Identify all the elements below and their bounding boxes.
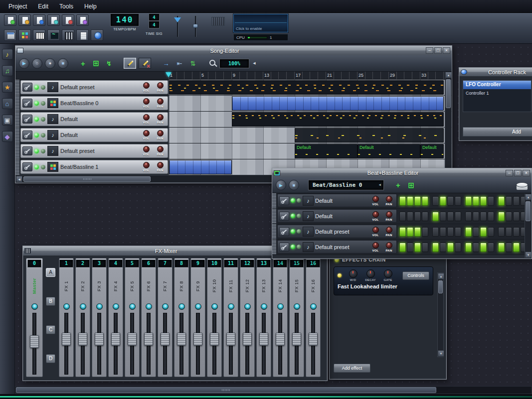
channel-send-knob[interactable]	[195, 303, 201, 310]
instrument-track-icon[interactable]	[47, 130, 58, 140]
channel-send-knob[interactable]	[146, 303, 152, 310]
track-solo-led[interactable]	[297, 229, 301, 234]
channel-fader[interactable]	[240, 313, 254, 375]
fader-handle[interactable]	[144, 333, 153, 346]
track-actions-button[interactable]	[22, 115, 32, 124]
track-actions-button[interactable]	[279, 243, 289, 252]
step-cell[interactable]	[465, 196, 472, 206]
workspace-horizontal-scrollbar[interactable]	[15, 386, 532, 394]
track-solo-led[interactable]	[41, 101, 45, 106]
fader-handle[interactable]	[193, 333, 202, 346]
track-name[interactable]: Default preset	[315, 229, 368, 235]
fx-channel-strip[interactable]: 2FX 2	[75, 258, 90, 377]
play-button[interactable]	[276, 180, 286, 190]
channel-fader[interactable]	[158, 313, 172, 375]
channel-send-knob[interactable]	[113, 303, 119, 310]
channel-name[interactable]: FX 14	[278, 268, 283, 303]
midi-keyboard-icon[interactable]	[211, 17, 225, 26]
record-while-playing-button[interactable]	[45, 58, 55, 69]
fx-channel-strip[interactable]: 7FX 7	[158, 258, 173, 377]
menu-edit[interactable]: Edit	[32, 1, 54, 12]
step-cell[interactable]	[480, 227, 487, 237]
step-cell[interactable]	[513, 243, 520, 252]
track-grip-handle[interactable]	[272, 240, 277, 255]
channel-send-knob[interactable]	[228, 303, 234, 310]
track-solo-led[interactable]	[41, 149, 45, 153]
step-cell[interactable]	[422, 196, 428, 206]
track-actions-button[interactable]	[279, 196, 289, 205]
fader-handle[interactable]	[226, 333, 235, 346]
volume-knob[interactable]	[372, 196, 379, 202]
track-actions-button[interactable]	[22, 131, 32, 139]
fader-handle[interactable]	[30, 335, 39, 348]
channel-fader[interactable]	[142, 313, 156, 375]
step-cell[interactable]	[399, 243, 406, 252]
add-sample-track-button[interactable]	[406, 180, 416, 190]
master-fader[interactable]	[26, 313, 42, 375]
track-grip-handle[interactable]	[15, 159, 20, 175]
step-cell[interactable]	[498, 212, 505, 221]
fx-channel-strip[interactable]: 15FX 15	[289, 258, 304, 377]
pitch-slider-handle[interactable]	[193, 24, 198, 28]
fx-channel-strip[interactable]: 16FX 16	[306, 258, 321, 377]
track-name[interactable]: Beat/Bassline 0	[60, 100, 138, 106]
step-cell[interactable]	[414, 243, 421, 252]
track-name[interactable]: Default	[60, 132, 138, 138]
step-cell[interactable]	[432, 227, 439, 237]
step-cell[interactable]	[447, 227, 454, 237]
effect-controls-button[interactable]: Controls	[402, 271, 429, 280]
step-cell[interactable]	[422, 212, 428, 221]
step-cell[interactable]	[447, 212, 454, 221]
close-button[interactable]	[443, 47, 450, 54]
track-actions-button[interactable]	[22, 83, 32, 92]
step-cell[interactable]	[480, 212, 487, 221]
fx-channel-strip[interactable]: 9FX 9	[190, 258, 205, 377]
volume-knob[interactable]	[372, 211, 379, 218]
fx-mixer-toggle-icon[interactable]	[62, 29, 74, 41]
step-cell[interactable]	[513, 196, 520, 206]
scroll-up-arrow[interactable]	[445, 72, 452, 78]
step-cell[interactable]	[488, 212, 494, 221]
add-controller-button[interactable]: Add	[463, 127, 532, 136]
add-automation-track-button[interactable]	[104, 58, 114, 69]
channel-fader[interactable]	[257, 313, 271, 375]
fx-channel-strip[interactable]: 13FX 13	[256, 258, 271, 377]
step-cell[interactable]	[440, 212, 446, 221]
step-cell[interactable]	[407, 243, 413, 252]
track-grip-handle[interactable]	[15, 96, 20, 111]
track-grip-handle[interactable]	[15, 112, 20, 127]
channel-name[interactable]: FX 15	[294, 268, 299, 303]
track-grip-handle[interactable]	[15, 128, 20, 143]
pattern-segment[interactable]: Default	[420, 144, 444, 158]
track-mute-led[interactable]	[34, 101, 39, 106]
effect-item[interactable]: W/DDECAYGATE Controls Fast Lookahead lim…	[334, 266, 433, 295]
bb-editor-vertical-scrollbar[interactable]	[525, 194, 531, 258]
channel-name[interactable]: FX 1	[64, 268, 69, 303]
pattern-segment[interactable]	[169, 80, 444, 95]
track-mute-led[interactable]	[34, 165, 39, 169]
master-pitch-slider[interactable]	[191, 16, 199, 37]
step-cell[interactable]	[506, 212, 512, 221]
step-cell[interactable]	[440, 196, 446, 206]
channel-send-knob[interactable]	[63, 303, 70, 310]
fx-channel-strip[interactable]: 5FX 5	[125, 258, 140, 377]
timeline[interactable]: 159131721252933	[15, 72, 452, 80]
fx-channel-strip[interactable]: 14FX 14	[273, 258, 288, 377]
step-cell[interactable]	[455, 227, 461, 237]
menu-tools[interactable]: Tools	[54, 1, 79, 12]
step-cell[interactable]	[473, 227, 479, 237]
volume-knob[interactable]	[143, 98, 150, 105]
bb-track-icon[interactable]	[47, 98, 58, 108]
track-mute-led[interactable]	[34, 85, 39, 90]
maximize-button[interactable]	[514, 170, 522, 176]
pattern-segment[interactable]	[295, 128, 444, 142]
step-cell[interactable]	[455, 212, 461, 221]
channel-name[interactable]: FX 2	[80, 268, 85, 303]
step-cell[interactable]	[513, 227, 520, 237]
step-cell[interactable]	[399, 212, 406, 221]
scroll-left-arrow[interactable]	[16, 176, 22, 182]
fader-handle[interactable]	[161, 333, 170, 346]
channel-send-knob[interactable]	[310, 303, 317, 310]
send-select-a[interactable]: A	[46, 268, 55, 277]
menu-project[interactable]: Project	[3, 1, 32, 12]
